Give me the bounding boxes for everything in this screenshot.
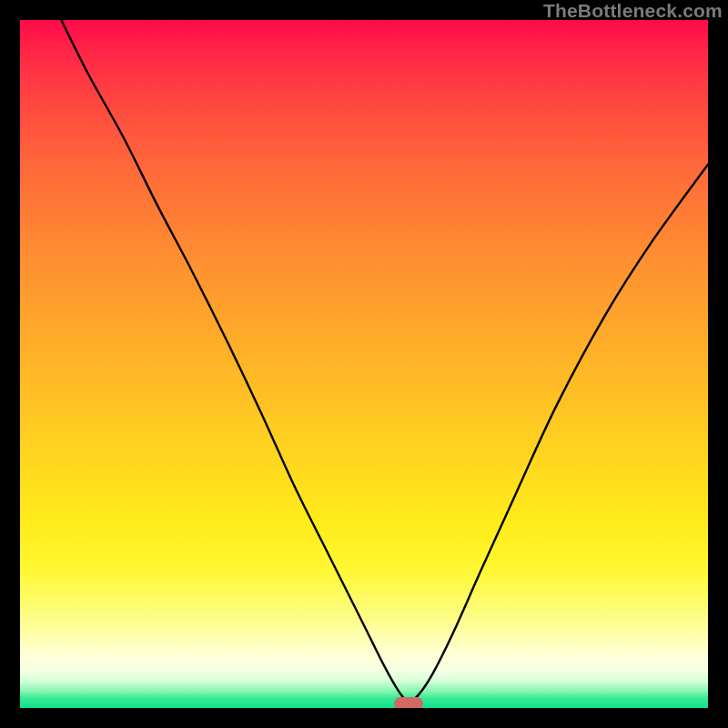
bottleneck-curve — [20, 20, 708, 708]
watermark-text: TheBottleneck.com — [543, 0, 723, 22]
plot-area — [20, 20, 708, 708]
chart-frame: TheBottleneck.com — [0, 0, 728, 728]
optimal-point-marker — [394, 697, 423, 708]
